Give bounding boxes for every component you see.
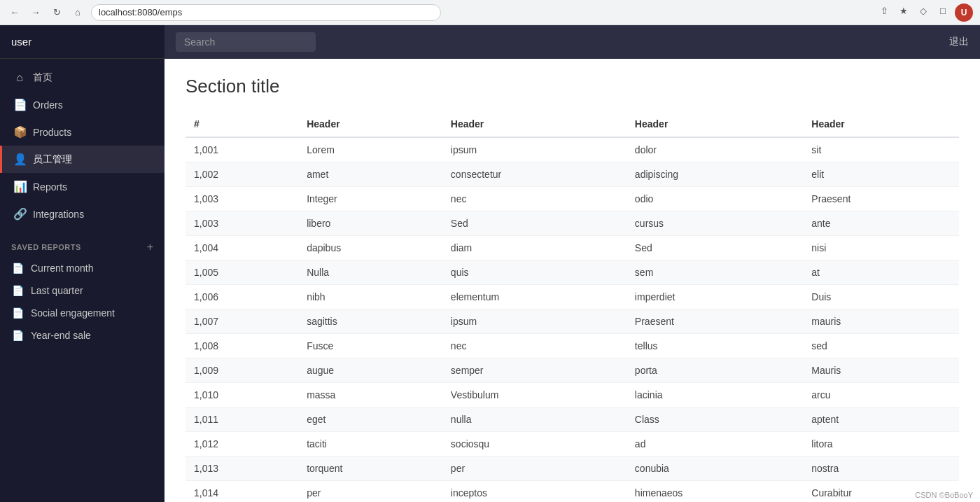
saved-report-label-last-quarter: Last quarter [31, 285, 83, 296]
saved-report-label-social-engagement: Social engagement [31, 307, 115, 319]
search-input[interactable] [176, 32, 316, 52]
col-header-2: Header [442, 111, 626, 137]
table-cell-9-4: Mauris [803, 358, 959, 383]
table-cell-1-4: elit [803, 162, 959, 187]
sidebar-item-products[interactable]: 📦 Products [0, 118, 164, 146]
sidebar-label-employees: 员工管理 [33, 153, 72, 166]
table-cell-13-1: torquent [298, 456, 442, 481]
sidebar-item-employees[interactable]: 👤 员工管理 [0, 146, 164, 173]
saved-report-social-engagement[interactable]: 📄 Social engagement [0, 302, 164, 324]
table-cell-10-0: 1,010 [186, 383, 298, 407]
table-cell-7-3: Praesent [626, 309, 803, 334]
url-text: localhost:8080/emps [99, 7, 182, 18]
table-cell-12-3: ad [626, 432, 803, 456]
table-cell-2-0: 1,003 [186, 187, 298, 211]
saved-reports-section: SAVED REPORTS + [0, 233, 164, 257]
col-header-1: Header [298, 111, 442, 137]
table-cell-6-0: 1,006 [186, 285, 298, 309]
table-cell-8-0: 1,008 [186, 334, 298, 358]
data-table: # Header Header Header Header 1,001Lorem… [186, 111, 959, 502]
table-cell-1-3: adipiscing [626, 162, 803, 187]
table-cell-5-1: Nulla [298, 260, 442, 285]
sidebar-item-reports[interactable]: 📊 Reports [0, 173, 164, 200]
share-button[interactable]: ⇧ [876, 4, 892, 19]
sidebar: user ⌂ 首页 📄 Orders 📦 Products 👤 员工管理 📊 R… [0, 25, 164, 502]
table-cell-3-1: libero [298, 211, 442, 236]
sidebar-user-label: user [11, 36, 31, 48]
table-cell-13-4: nostra [803, 456, 959, 481]
sidebar-label-reports: Reports [33, 181, 67, 193]
logout-button[interactable]: 退出 [949, 36, 969, 48]
home-icon: ⌂ [13, 71, 26, 84]
back-button[interactable]: ← [7, 5, 22, 20]
main-content: Section title # Header Header Header Hea… [164, 59, 980, 502]
table-cell-2-3: odio [626, 187, 803, 211]
reports-icon: 📊 [13, 180, 26, 193]
table-cell-0-1: Lorem [298, 137, 442, 162]
saved-report-last-quarter[interactable]: 📄 Last quarter [0, 279, 164, 302]
table-row: 1,014perinceptoshimenaeosCurabitur [186, 481, 959, 503]
bookmark-button[interactable]: ★ [896, 4, 911, 19]
forward-button[interactable]: → [28, 5, 43, 20]
table-cell-7-1: sagittis [298, 309, 442, 334]
table-row: 1,013torquentperconubianostra [186, 456, 959, 481]
refresh-button[interactable]: ↻ [49, 5, 64, 20]
social-engagement-icon: 📄 [11, 307, 24, 319]
table-cell-10-3: lacinia [626, 383, 803, 407]
table-row: 1,009auguesemperportaMauris [186, 358, 959, 383]
table-row: 1,002ametconsecteturadipiscingelit [186, 162, 959, 187]
app-container: user ⌂ 首页 📄 Orders 📦 Products 👤 员工管理 📊 R… [0, 25, 980, 502]
current-month-icon: 📄 [11, 263, 24, 274]
table-cell-11-3: Class [626, 407, 803, 432]
extensions-button[interactable]: ◇ [916, 4, 931, 19]
fullscreen-button[interactable]: □ [935, 4, 951, 19]
table-cell-6-4: Duis [803, 285, 959, 309]
sidebar-item-home[interactable]: ⌂ 首页 [0, 64, 164, 91]
table-cell-7-4: mauris [803, 309, 959, 334]
table-cell-12-0: 1,012 [186, 432, 298, 456]
table-cell-11-1: eget [298, 407, 442, 432]
sidebar-item-orders[interactable]: 📄 Orders [0, 91, 164, 118]
col-header-num: # [186, 111, 298, 137]
table-row: 1,012tacitisociosquadlitora [186, 432, 959, 456]
sidebar-label-home: 首页 [33, 71, 52, 84]
saved-report-label-year-end-sale: Year-end sale [31, 330, 91, 341]
table-cell-11-4: aptent [803, 407, 959, 432]
table-cell-2-2: nec [442, 187, 626, 211]
address-bar[interactable]: localhost:8080/emps [91, 4, 441, 21]
table-header-row: # Header Header Header Header [186, 111, 959, 137]
top-bar: 退出 [164, 25, 980, 59]
table-row: 1,003liberoSedcursusante [186, 211, 959, 236]
sidebar-label-integrations: Integrations [33, 209, 84, 220]
sidebar-label-products: Products [33, 127, 71, 138]
table-row: 1,007sagittisipsumPraesentmauris [186, 309, 959, 334]
saved-report-year-end-sale[interactable]: 📄 Year-end sale [0, 324, 164, 347]
table-cell-8-1: Fusce [298, 334, 442, 358]
last-quarter-icon: 📄 [11, 285, 24, 296]
table-cell-14-1: per [298, 481, 442, 503]
saved-report-current-month[interactable]: 📄 Current month [0, 257, 164, 279]
table-cell-9-2: semper [442, 358, 626, 383]
table-cell-6-3: imperdiet [626, 285, 803, 309]
table-cell-5-0: 1,005 [186, 260, 298, 285]
sidebar-item-integrations[interactable]: 🔗 Integrations [0, 200, 164, 228]
table-cell-6-1: nibh [298, 285, 442, 309]
orders-icon: 📄 [13, 98, 26, 111]
table-cell-9-1: augue [298, 358, 442, 383]
table-cell-3-2: Sed [442, 211, 626, 236]
table-row: 1,010massaVestibulumlaciniaarcu [186, 383, 959, 407]
table-row: 1,003IntegernecodioPraesent [186, 187, 959, 211]
add-saved-report-button[interactable]: + [147, 242, 153, 253]
table-cell-0-4: sit [803, 137, 959, 162]
table-cell-0-2: ipsum [442, 137, 626, 162]
table-cell-8-2: nec [442, 334, 626, 358]
table-cell-14-2: inceptos [442, 481, 626, 503]
table-row: 1,005Nullaquissemat [186, 260, 959, 285]
table-cell-14-3: himenaeos [626, 481, 803, 503]
table-row: 1,006nibhelementumimperdietDuis [186, 285, 959, 309]
table-cell-3-3: cursus [626, 211, 803, 236]
table-cell-11-2: nulla [442, 407, 626, 432]
table-cell-12-4: litora [803, 432, 959, 456]
table-row: 1,008Fuscenectellussed [186, 334, 959, 358]
home-button[interactable]: ⌂ [70, 5, 85, 20]
